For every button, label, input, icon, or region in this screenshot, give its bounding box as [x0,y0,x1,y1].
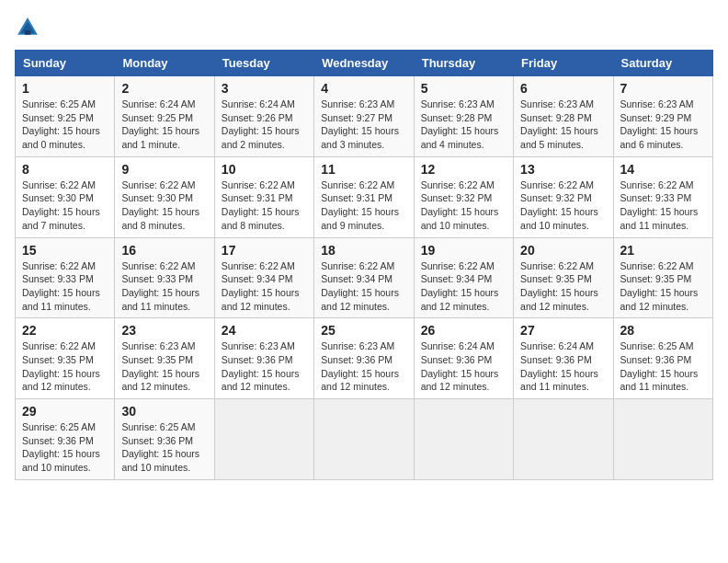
day-info: Sunrise: 6:25 AMSunset: 9:36 PMDaylight:… [121,420,207,475]
day-number: 16 [121,243,207,258]
day-number: 9 [121,162,207,177]
calendar-cell: 7 Sunrise: 6:23 AMSunset: 9:29 PMDayligh… [613,76,712,157]
calendar-cell: 30 Sunrise: 6:25 AMSunset: 9:36 PMDaylig… [115,399,214,480]
calendar-cell: 16 Sunrise: 6:22 AMSunset: 9:33 PMDaylig… [115,237,214,318]
calendar-cell [514,399,613,480]
weekday-header-thursday: Thursday [414,51,513,76]
day-info: Sunrise: 6:22 AMSunset: 9:33 PMDaylight:… [121,259,207,314]
day-info: Sunrise: 6:22 AMSunset: 9:32 PMDaylight:… [421,178,506,233]
day-number: 30 [121,404,207,419]
day-number: 17 [222,243,307,258]
weekday-header-saturday: Saturday [613,51,712,76]
day-number: 20 [520,243,606,258]
day-number: 5 [421,81,506,96]
calendar-cell: 11 Sunrise: 6:22 AMSunset: 9:31 PMDaylig… [314,156,414,237]
day-number: 18 [321,243,406,258]
calendar-cell: 22 Sunrise: 6:22 AMSunset: 9:35 PMDaylig… [16,318,115,399]
calendar-cell: 8 Sunrise: 6:22 AMSunset: 9:30 PMDayligh… [16,156,115,237]
day-number: 13 [520,162,606,177]
calendar-cell: 1 Sunrise: 6:25 AMSunset: 9:25 PMDayligh… [16,76,115,157]
day-number: 7 [620,81,706,96]
day-info: Sunrise: 6:23 AMSunset: 9:28 PMDaylight:… [421,98,506,152]
day-info: Sunrise: 6:22 AMSunset: 9:35 PMDaylight:… [22,339,108,394]
day-info: Sunrise: 6:23 AMSunset: 9:36 PMDaylight:… [222,339,307,394]
day-info: Sunrise: 6:22 AMSunset: 9:35 PMDaylight:… [520,259,606,314]
weekday-header-monday: Monday [115,51,214,76]
day-info: Sunrise: 6:24 AMSunset: 9:36 PMDaylight:… [421,339,506,394]
calendar-cell: 14 Sunrise: 6:22 AMSunset: 9:33 PMDaylig… [613,156,712,237]
day-number: 22 [22,323,108,338]
calendar-cell: 3 Sunrise: 6:24 AMSunset: 9:26 PMDayligh… [214,76,313,157]
calendar-cell: 9 Sunrise: 6:22 AMSunset: 9:30 PMDayligh… [115,156,214,237]
calendar-cell [314,399,414,480]
day-number: 23 [121,323,207,338]
day-info: Sunrise: 6:22 AMSunset: 9:30 PMDaylight:… [22,178,108,233]
day-number: 4 [321,81,406,96]
day-info: Sunrise: 6:22 AMSunset: 9:31 PMDaylight:… [321,178,406,233]
day-number: 26 [421,323,506,338]
weekday-header-wednesday: Wednesday [314,51,414,76]
calendar-cell: 26 Sunrise: 6:24 AMSunset: 9:36 PMDaylig… [414,318,513,399]
day-number: 12 [421,162,506,177]
calendar-week-5: 29 Sunrise: 6:25 AMSunset: 9:36 PMDaylig… [16,399,713,480]
day-info: Sunrise: 6:25 AMSunset: 9:25 PMDaylight:… [22,98,108,152]
day-info: Sunrise: 6:22 AMSunset: 9:33 PMDaylight:… [620,178,706,233]
weekday-header-friday: Friday [514,51,613,76]
calendar-cell: 17 Sunrise: 6:22 AMSunset: 9:34 PMDaylig… [214,237,313,318]
day-number: 1 [22,81,108,96]
calendar-cell: 24 Sunrise: 6:23 AMSunset: 9:36 PMDaylig… [214,318,313,399]
day-number: 6 [520,81,606,96]
day-number: 2 [121,81,207,96]
day-info: Sunrise: 6:22 AMSunset: 9:34 PMDaylight:… [421,259,506,314]
day-info: Sunrise: 6:22 AMSunset: 9:32 PMDaylight:… [520,178,606,233]
weekday-header-tuesday: Tuesday [214,51,313,76]
day-info: Sunrise: 6:22 AMSunset: 9:33 PMDaylight:… [22,259,108,314]
calendar-week-1: 1 Sunrise: 6:25 AMSunset: 9:25 PMDayligh… [16,76,713,157]
calendar-cell: 6 Sunrise: 6:23 AMSunset: 9:28 PMDayligh… [514,76,613,157]
calendar-cell: 25 Sunrise: 6:23 AMSunset: 9:36 PMDaylig… [314,318,414,399]
weekday-header-row: SundayMondayTuesdayWednesdayThursdayFrid… [16,51,713,76]
calendar-cell: 5 Sunrise: 6:23 AMSunset: 9:28 PMDayligh… [414,76,513,157]
calendar-week-3: 15 Sunrise: 6:22 AMSunset: 9:33 PMDaylig… [16,237,713,318]
day-number: 29 [22,404,108,419]
day-info: Sunrise: 6:23 AMSunset: 9:28 PMDaylight:… [520,98,606,152]
calendar-cell: 28 Sunrise: 6:25 AMSunset: 9:36 PMDaylig… [613,318,712,399]
day-number: 15 [22,243,108,258]
day-info: Sunrise: 6:23 AMSunset: 9:29 PMDaylight:… [620,98,706,152]
day-number: 10 [222,162,307,177]
day-info: Sunrise: 6:22 AMSunset: 9:35 PMDaylight:… [620,259,706,314]
calendar-cell: 23 Sunrise: 6:23 AMSunset: 9:35 PMDaylig… [115,318,214,399]
day-number: 28 [620,323,706,338]
calendar-cell: 2 Sunrise: 6:24 AMSunset: 9:25 PMDayligh… [115,76,214,157]
calendar-cell: 10 Sunrise: 6:22 AMSunset: 9:31 PMDaylig… [214,156,313,237]
day-info: Sunrise: 6:22 AMSunset: 9:31 PMDaylight:… [222,178,307,233]
calendar-table: SundayMondayTuesdayWednesdayThursdayFrid… [15,50,713,480]
calendar-week-2: 8 Sunrise: 6:22 AMSunset: 9:30 PMDayligh… [16,156,713,237]
day-info: Sunrise: 6:22 AMSunset: 9:30 PMDaylight:… [121,178,207,233]
day-number: 8 [22,162,108,177]
weekday-header-sunday: Sunday [16,51,115,76]
calendar-cell: 12 Sunrise: 6:22 AMSunset: 9:32 PMDaylig… [414,156,513,237]
logo-icon [15,15,40,40]
calendar-cell: 21 Sunrise: 6:22 AMSunset: 9:35 PMDaylig… [613,237,712,318]
day-info: Sunrise: 6:24 AMSunset: 9:36 PMDaylight:… [520,339,606,394]
day-info: Sunrise: 6:23 AMSunset: 9:27 PMDaylight:… [321,98,406,152]
day-info: Sunrise: 6:22 AMSunset: 9:34 PMDaylight:… [321,259,406,314]
calendar-cell: 13 Sunrise: 6:22 AMSunset: 9:32 PMDaylig… [514,156,613,237]
day-number: 24 [222,323,307,338]
calendar-cell: 19 Sunrise: 6:22 AMSunset: 9:34 PMDaylig… [414,237,513,318]
day-number: 25 [321,323,406,338]
day-number: 3 [222,81,307,96]
calendar-cell: 4 Sunrise: 6:23 AMSunset: 9:27 PMDayligh… [314,76,414,157]
day-info: Sunrise: 6:24 AMSunset: 9:25 PMDaylight:… [121,98,207,152]
calendar-week-4: 22 Sunrise: 6:22 AMSunset: 9:35 PMDaylig… [16,318,713,399]
day-info: Sunrise: 6:23 AMSunset: 9:36 PMDaylight:… [321,339,406,394]
day-info: Sunrise: 6:22 AMSunset: 9:34 PMDaylight:… [222,259,307,314]
day-info: Sunrise: 6:25 AMSunset: 9:36 PMDaylight:… [22,420,108,475]
calendar-cell: 20 Sunrise: 6:22 AMSunset: 9:35 PMDaylig… [514,237,613,318]
svg-rect-2 [25,30,30,35]
day-info: Sunrise: 6:23 AMSunset: 9:35 PMDaylight:… [121,339,207,394]
day-number: 19 [421,243,506,258]
page-header [15,15,713,40]
calendar-cell: 29 Sunrise: 6:25 AMSunset: 9:36 PMDaylig… [16,399,115,480]
